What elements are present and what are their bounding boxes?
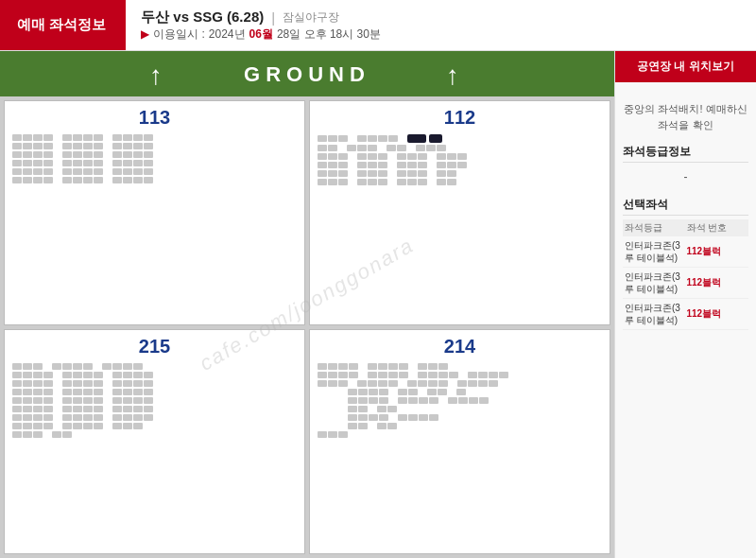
seat-group bbox=[397, 179, 427, 185]
seat bbox=[418, 179, 427, 185]
header-label: 예매 좌석정보 bbox=[0, 0, 123, 50]
seat bbox=[83, 168, 93, 175]
seat bbox=[12, 431, 22, 438]
seat bbox=[12, 423, 22, 429]
seat bbox=[447, 170, 456, 177]
list-item: 인터파크존(3루 테이블석) 112블럭 bbox=[623, 299, 748, 330]
seat bbox=[144, 134, 153, 141]
seat bbox=[418, 380, 427, 387]
seat bbox=[328, 431, 337, 438]
seat-group bbox=[52, 363, 93, 370]
seat-group bbox=[318, 145, 337, 151]
list-item: 인터파크존(3루 테이블석) 112블럭 bbox=[623, 236, 748, 268]
seat bbox=[357, 170, 367, 177]
seat-group bbox=[397, 153, 427, 160]
date-arrow-icon: ▶ bbox=[141, 27, 149, 41]
seat bbox=[318, 372, 327, 378]
table-row bbox=[318, 423, 602, 429]
seat-group bbox=[357, 135, 398, 142]
seat bbox=[62, 363, 72, 370]
seat bbox=[123, 151, 132, 158]
seat bbox=[357, 380, 367, 387]
seat bbox=[62, 151, 72, 158]
seat bbox=[369, 397, 378, 404]
seat bbox=[33, 168, 43, 175]
seat bbox=[33, 414, 43, 421]
seating-area: ↑ GROUND ↑ 113 bbox=[0, 51, 614, 558]
selected-seats-label: 선택좌석 bbox=[623, 197, 748, 216]
seat bbox=[123, 406, 132, 412]
seat bbox=[328, 170, 337, 177]
seat bbox=[369, 389, 378, 395]
seat bbox=[368, 363, 377, 370]
seat bbox=[489, 372, 498, 378]
seat-group bbox=[52, 431, 72, 438]
seat-group bbox=[416, 145, 446, 151]
seat bbox=[407, 380, 417, 387]
seat bbox=[12, 363, 22, 370]
seat bbox=[43, 168, 53, 175]
seat bbox=[468, 372, 477, 378]
seat-list-header: 좌석등급 좌석 번호 bbox=[623, 219, 748, 236]
seat-group bbox=[318, 162, 348, 168]
selected-seat-group bbox=[407, 134, 442, 143]
seat-group bbox=[427, 389, 447, 395]
seat bbox=[144, 380, 153, 387]
seat bbox=[338, 431, 348, 438]
seat-grade: 인터파크존(3루 테이블석) bbox=[625, 239, 685, 264]
seat-group bbox=[398, 389, 418, 395]
seat bbox=[418, 153, 427, 160]
seat bbox=[418, 170, 427, 177]
seat bbox=[23, 406, 32, 412]
seat bbox=[388, 363, 398, 370]
seat-group bbox=[377, 406, 397, 412]
seat bbox=[102, 363, 112, 370]
table-row bbox=[318, 431, 602, 438]
seat-group bbox=[418, 372, 458, 378]
seat bbox=[397, 162, 406, 168]
seat-number: 112블럭 bbox=[687, 276, 747, 289]
table-row bbox=[12, 160, 297, 166]
seat bbox=[419, 397, 428, 404]
seat bbox=[328, 145, 337, 151]
seat-group bbox=[348, 397, 388, 404]
seat-group bbox=[348, 406, 368, 412]
table-row bbox=[318, 162, 602, 168]
seat bbox=[437, 170, 446, 177]
seat bbox=[94, 160, 103, 166]
seat bbox=[338, 170, 348, 177]
section-112-number: 112 bbox=[318, 107, 602, 129]
section-112-rows bbox=[318, 134, 602, 185]
seat-group bbox=[112, 406, 153, 412]
seat-group bbox=[397, 162, 427, 168]
seat bbox=[23, 151, 32, 158]
seat bbox=[43, 414, 53, 421]
table-row bbox=[12, 372, 297, 378]
seat bbox=[368, 145, 377, 151]
seat bbox=[398, 397, 407, 404]
seat bbox=[94, 380, 103, 387]
seat bbox=[388, 372, 398, 378]
arrow-right-icon: ↑ bbox=[446, 61, 465, 91]
table-row bbox=[318, 397, 602, 404]
location-view-button[interactable]: 공연장 내 위치보기 bbox=[615, 51, 756, 82]
seat bbox=[33, 389, 43, 395]
seat-group bbox=[318, 170, 348, 177]
seat-number: 112블럭 bbox=[687, 245, 747, 258]
section-214-rows bbox=[318, 363, 602, 438]
seat bbox=[23, 372, 32, 378]
seat-group bbox=[318, 135, 348, 142]
seat bbox=[123, 380, 132, 387]
seat bbox=[94, 177, 103, 183]
right-panel-content: 중앙의 좌석배치! 예매하신 좌석을 확인 좌석등급정보 - 선택좌석 좌석등급… bbox=[615, 82, 756, 558]
table-row bbox=[12, 389, 297, 395]
seat bbox=[379, 389, 388, 395]
seat bbox=[83, 406, 93, 412]
seat bbox=[318, 170, 327, 177]
seat bbox=[438, 389, 447, 395]
selected-seat bbox=[407, 134, 426, 143]
seat bbox=[94, 143, 103, 149]
header-date: ▶ 이용일시 : 2024년 06월 28일 오후 18시 30분 bbox=[141, 26, 741, 43]
seat-group bbox=[12, 389, 53, 395]
seat bbox=[62, 380, 72, 387]
